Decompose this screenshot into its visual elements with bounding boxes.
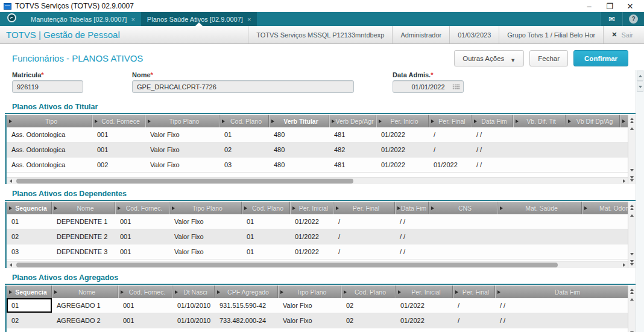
grid-cell[interactable]: Ass. Odontologica <box>7 127 92 142</box>
grid-cell[interactable]: 482 <box>329 142 376 157</box>
matricula-field[interactable]: 926119 <box>12 80 83 93</box>
tab-planos-saude-ativos[interactable]: Planos Saúde Ativos [02.9.0007] × <box>141 12 257 26</box>
grid-cell[interactable]: 01/2022 <box>429 158 472 172</box>
column-header[interactable]: Nome <box>52 286 118 298</box>
grid-cell[interactable]: DEPENDENTE 2 <box>52 229 115 244</box>
close-button[interactable]: ✕ <box>620 2 640 11</box>
grid-cell[interactable] <box>620 142 628 157</box>
column-header[interactable]: Per. Inicio <box>376 115 429 127</box>
grid-cell[interactable]: 481 <box>329 158 376 172</box>
scroll-left-icon[interactable] <box>7 177 14 184</box>
grid-cell[interactable]: 480 <box>269 158 329 172</box>
grid-cell[interactable]: 001 <box>118 313 172 328</box>
grid-cell[interactable]: 01/10/2010 <box>172 313 215 328</box>
grid-horizontal-scrollbar[interactable] <box>7 261 628 268</box>
scroll-right-icon[interactable] <box>620 261 628 268</box>
data-admis-field[interactable]: 01/01/2022 <box>393 80 464 93</box>
column-header[interactable]: Cod. Plano <box>341 286 396 298</box>
grid-cell[interactable]: DEPENDENTE 3 <box>52 244 115 259</box>
column-header[interactable]: Nome <box>52 202 115 214</box>
logout-button[interactable]: ✕ Sair <box>603 26 644 43</box>
grid-cell[interactable]: 733.482.000-24 <box>215 313 278 328</box>
grid-cell[interactable]: Ass. Odontologica <box>7 158 92 172</box>
grid-cell[interactable]: 01/2022 <box>376 127 429 142</box>
grid-cell[interactable]: / <box>429 127 472 142</box>
grid-cell[interactable]: / / <box>395 229 429 244</box>
column-header[interactable]: Per. Inicial <box>396 286 453 298</box>
grid-cell[interactable] <box>429 229 497 244</box>
grid-cell[interactable]: / <box>333 244 395 259</box>
column-header[interactable]: Tipo Plano <box>145 115 219 127</box>
column-header[interactable]: Cod. Fornec. <box>115 202 169 214</box>
grid-cell[interactable]: / / <box>472 142 513 157</box>
grid-cell[interactable]: 01/2022 <box>290 229 333 244</box>
grid-cell[interactable]: 01/2022 <box>376 158 429 172</box>
column-header[interactable]: Data Fim <box>472 115 513 127</box>
column-header[interactable]: Tipo Plano <box>169 202 242 214</box>
grid-cell[interactable]: 01/2022 <box>396 313 453 328</box>
scroll-left-icon[interactable] <box>7 261 14 268</box>
grid-cell[interactable]: Valor Fixo <box>145 127 219 142</box>
scroll-down-icon[interactable] <box>628 328 636 332</box>
grid-cell[interactable]: 01 <box>242 214 290 229</box>
grid-cell[interactable]: / / <box>495 298 628 313</box>
column-header[interactable]: Sequencia <box>7 286 52 298</box>
page-scroll-down-icon[interactable] <box>637 81 643 92</box>
grid-cell[interactable]: / / <box>495 313 628 328</box>
table-row[interactable]: Ass. Odontologica001Valor Fixo0148048101… <box>7 127 628 142</box>
grid-cell[interactable] <box>582 244 628 259</box>
horizontal-scroll-thumb[interactable] <box>16 263 558 267</box>
scroll-up-icon[interactable] <box>628 124 636 133</box>
grid-cell[interactable]: 001 <box>115 229 169 244</box>
column-header[interactable]: Vb. Dif. Tit <box>513 115 566 127</box>
scroll-down-icon[interactable] <box>628 250 636 258</box>
column-header[interactable]: Cod. Fornece <box>92 115 145 127</box>
grid-vertical-scrollbar[interactable] <box>628 202 636 268</box>
grid-cell[interactable]: 480 <box>269 142 329 157</box>
mail-icon[interactable]: ✉ <box>601 12 622 26</box>
grid-cell[interactable]: 02 <box>341 313 396 328</box>
grid-cell[interactable] <box>513 142 566 157</box>
grid-cell[interactable]: Valor Fixo <box>278 313 341 328</box>
column-header[interactable]: Per. Final <box>453 286 495 298</box>
grid-cell[interactable]: 01/2022 <box>396 298 453 313</box>
column-header[interactable] <box>620 115 628 127</box>
close-form-button[interactable]: Fechar <box>529 50 568 66</box>
column-header[interactable]: Vb Dif Dp/Ag <box>566 115 620 127</box>
column-header[interactable]: Per. Inicial <box>290 202 333 214</box>
grid-cell[interactable] <box>429 244 497 259</box>
page-vertical-scrollbar[interactable] <box>636 70 644 332</box>
grid-cell[interactable]: 01 <box>242 229 290 244</box>
totvs-menu-icon[interactable] <box>7 13 16 22</box>
grid-cell[interactable]: 931.515.590-42 <box>215 298 278 313</box>
grid-cell[interactable]: / / <box>395 214 429 229</box>
page-scroll-up-icon[interactable] <box>637 71 643 81</box>
minimize-button[interactable]: – <box>579 2 599 11</box>
grid-cell[interactable]: 02 <box>341 298 396 313</box>
scroll-first-icon[interactable] <box>628 116 636 124</box>
scroll-first-icon[interactable] <box>628 287 636 295</box>
column-header[interactable]: CNS <box>429 202 497 214</box>
grid-cell[interactable]: 02 <box>7 229 52 244</box>
column-header[interactable]: Mat. Saúde <box>497 202 582 214</box>
grid-cell[interactable]: / <box>429 142 472 157</box>
table-row[interactable]: 03DEPENDENTE 3001Valor Fixo0101/2022// / <box>7 244 628 260</box>
grid-cell[interactable] <box>620 127 628 142</box>
table-row[interactable]: 01AGREGADO 100101/10/2010931.515.590-42V… <box>7 298 628 313</box>
grid-cell[interactable] <box>497 229 582 244</box>
grid-cell[interactable]: 03 <box>7 244 52 259</box>
column-header[interactable]: Mat. Odonto <box>582 202 628 214</box>
grid-cell[interactable]: Valor Fixo <box>145 142 219 157</box>
scroll-up-icon[interactable] <box>628 211 636 220</box>
column-header[interactable]: Tipo <box>7 115 92 127</box>
grid-cell[interactable]: 01/2022 <box>290 244 333 259</box>
grid-cell[interactable]: / <box>453 298 495 313</box>
grid-horizontal-scrollbar[interactable] <box>7 177 628 184</box>
grid-cell[interactable]: 001 <box>92 127 145 142</box>
grid-cell[interactable] <box>582 229 628 244</box>
scroll-down-icon[interactable] <box>628 166 636 174</box>
tab-close-icon[interactable]: × <box>247 16 251 23</box>
grid-cell[interactable]: / <box>333 214 395 229</box>
column-header[interactable]: Verb Titular <box>269 115 329 127</box>
scroll-right-icon[interactable] <box>620 177 628 184</box>
